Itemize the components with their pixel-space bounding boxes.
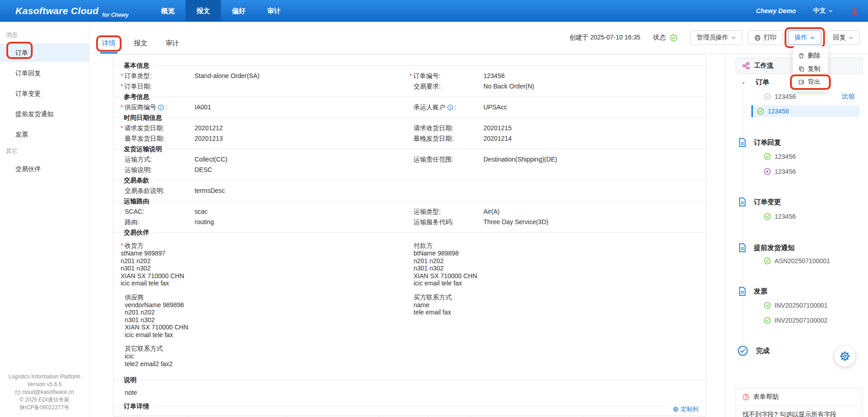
sidebar-item-asn[interactable]: 提前发货通知	[0, 105, 89, 123]
field-value: 20201213	[195, 133, 223, 144]
form-help-card: 表单帮助 找不到字段? 勾选以显示所有字段	[736, 388, 863, 417]
nav-item-messages[interactable]: 报文	[185, 0, 221, 22]
customize-columns-link[interactable]: 定制列	[673, 405, 698, 413]
actions-dropdown-menu: 删除 复制 导出	[793, 46, 828, 92]
workflow-node-order: 订单	[737, 76, 769, 88]
field-latest-ship-date: 最晚发货日期: 20201214	[410, 133, 698, 144]
admin-actions-button[interactable]: 管理员操作	[690, 30, 742, 45]
field-value: Collect(CC)	[195, 154, 227, 165]
partner-ship-to: *收货方 stName 989897 n201 n202 n301 n302 X…	[121, 241, 410, 287]
reply-button[interactable]: 回复	[827, 30, 860, 45]
sidebar-item-order-change[interactable]: 订单变更	[0, 84, 89, 103]
settings-floating-button[interactable]	[834, 346, 855, 367]
workflow-node-asn: 提前发货通知	[737, 242, 795, 254]
check-circle-icon	[764, 213, 771, 220]
workflow-entry-order-1[interactable]: 123456	[764, 91, 796, 103]
check-circle-icon	[764, 93, 771, 100]
trash-icon	[798, 53, 805, 59]
order-lines-table: 物料行号 *物料 *产品描述信息 *订购数量 *单位 *单价 物料行总额 说明	[121, 415, 698, 417]
tab-detail[interactable]: 详情	[101, 39, 117, 54]
field-value: Three Day Service(3D)	[483, 217, 548, 227]
dot-circle-icon	[764, 168, 771, 175]
actions-button[interactable]: 操作	[788, 30, 821, 45]
current-user-label[interactable]: Chewy Demo	[756, 7, 796, 15]
detail-tabs: 详情 报文 审计	[101, 22, 180, 54]
section-shipping-instructions: 发货运输说明	[113, 144, 706, 154]
field-value: Air(A)	[483, 206, 500, 217]
language-selector[interactable]: 中文	[813, 7, 833, 15]
workflow-entry-response-1[interactable]: 123456	[764, 151, 796, 162]
field-vendor-no: *供应商编号: IA001	[121, 102, 410, 113]
sidebar-item-orders[interactable]: 订单	[0, 44, 89, 62]
field-earliest-ship-date: 最早发货日期: 20201213	[121, 133, 410, 144]
tab-active-underline	[100, 52, 117, 54]
field-value: 123456	[483, 71, 505, 81]
workflow-node-order-response: 订单回复	[737, 137, 781, 148]
workflow-entry-response-2[interactable]: 123456	[764, 166, 796, 177]
app-logo: Kasoftware Cloud	[15, 5, 98, 16]
field-transport-type: 运输类型: Air(A)	[410, 206, 698, 217]
field-value: Stand-alone Order(SA)	[195, 71, 259, 81]
check-circle-icon	[764, 153, 771, 160]
nav-item-preferences[interactable]: 偏好	[221, 0, 256, 22]
field-value: DESC	[195, 165, 212, 175]
export-icon	[798, 79, 805, 85]
menu-item-delete[interactable]: 删除	[793, 50, 828, 62]
section-datetime-info: 时间日期信息	[113, 113, 706, 123]
compare-link[interactable]: 比较	[842, 91, 855, 103]
workflow-entry-change-1[interactable]: 123456	[764, 211, 796, 222]
field-routing: 路由: routing	[121, 217, 410, 227]
required-marker: *	[410, 71, 412, 81]
footer-email[interactable]: cloud@kasoftware.cn	[22, 388, 74, 396]
field-order-type: *订单类型: Stand-alone Order(SA)	[121, 71, 410, 81]
field-trade-requirement: 交易要求: No Back Order(N)	[410, 81, 698, 92]
required-marker: *	[121, 102, 123, 113]
help-title: 表单帮助	[753, 393, 779, 401]
print-button[interactable]: 打印	[748, 30, 783, 45]
question-circle-icon	[742, 393, 750, 401]
printer-icon	[754, 34, 761, 41]
chevron-down-icon	[810, 35, 815, 40]
workflow-entry-invoice-1[interactable]: INV202507100001	[764, 299, 828, 311]
section-order-lines: 订单详情 定制列	[113, 401, 706, 412]
col-product-description: *产品描述信息	[287, 416, 380, 417]
info-icon[interactable]	[158, 104, 164, 111]
gear-icon	[673, 406, 679, 412]
user-avatar-icon[interactable]	[850, 7, 859, 15]
copy-icon	[798, 66, 805, 72]
menu-item-copy[interactable]: 复制	[793, 63, 828, 75]
footer-platform: Logistics Information Platform	[0, 373, 89, 381]
document-icon	[737, 197, 747, 207]
sidebar-section-messages: 消息	[6, 31, 89, 39]
created-timestamp: 创建于 2025-07-10 16:35	[570, 34, 640, 42]
workflow-entry-order-2[interactable]: 123456	[751, 105, 859, 117]
nav-item-audit[interactable]: 审计	[256, 0, 292, 22]
field-requested-delivery-date: 请求收货日期: 20201215	[410, 123, 698, 133]
partner-buyer-contact: 买方联系方式 name tele email fax	[410, 293, 698, 316]
field-value: 20201215	[483, 123, 512, 133]
col-note: 说明	[583, 416, 624, 417]
info-icon[interactable]	[447, 104, 454, 111]
sidebar-item-trading-partners[interactable]: 交易伙伴	[0, 160, 89, 178]
sidebar-item-invoice[interactable]: 发票	[0, 125, 89, 143]
partner-other-contact: 其它联系方式 icic tele2 email2 fax2	[121, 344, 410, 368]
partner-bill-to: 付款方 btName 989898 n201 n202 n301 n302 XI…	[410, 241, 698, 287]
tab-message[interactable]: 报文	[133, 39, 148, 54]
workflow-node-done: 完成	[737, 345, 770, 357]
section-transport-routing: 运输路由	[113, 196, 706, 206]
workflow-entry-invoice-2[interactable]: INV202507100002	[764, 314, 828, 326]
tab-audit[interactable]: 审计	[165, 39, 180, 54]
order-detail-card: 基本信息 *订单类型: Stand-alone Order(SA) *订单编号:…	[113, 54, 706, 417]
workflow-entry-asn-1[interactable]: ASN202507100001	[764, 255, 830, 267]
note-value: note	[121, 387, 698, 398]
col-unit: *单位	[428, 416, 471, 417]
field-value: 20201212	[195, 123, 223, 133]
field-terms-description: 交易条款说明: termsDesc	[121, 186, 410, 196]
nav-item-overview[interactable]: 概览	[150, 0, 185, 22]
menu-item-export[interactable]: 导出	[793, 76, 828, 88]
required-marker: *	[121, 241, 123, 250]
done-check-icon	[737, 345, 748, 356]
sidebar-item-order-response[interactable]: 订单回复	[0, 64, 89, 82]
field-transport-description: 运输说明: DESC	[121, 165, 410, 175]
field-value: scac	[195, 206, 208, 217]
